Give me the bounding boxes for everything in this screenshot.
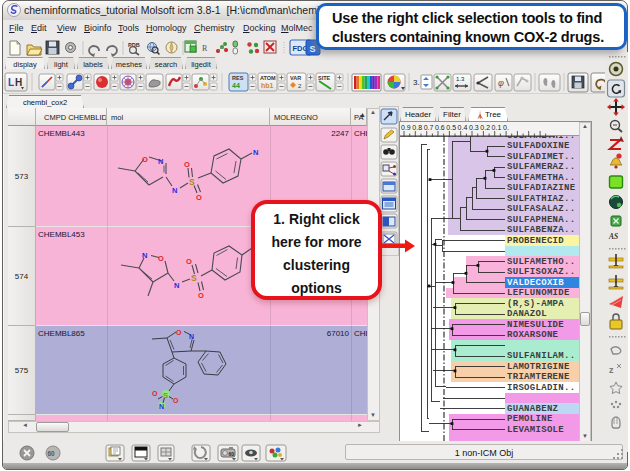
svg-text:S: S bbox=[310, 44, 316, 54]
svg-text:60: 60 bbox=[229, 451, 235, 457]
svg-text:N: N bbox=[189, 333, 194, 340]
svg-text:z: z bbox=[609, 365, 614, 375]
svg-text:VAR: VAR bbox=[290, 75, 301, 81]
svg-text:O: O bbox=[176, 329, 182, 336]
svg-text:O: O bbox=[184, 160, 190, 169]
svg-text:O: O bbox=[152, 390, 158, 397]
svg-text:1.3: 1.3 bbox=[456, 76, 465, 82]
svg-text:O: O bbox=[173, 397, 179, 404]
svg-text:AS: AS bbox=[608, 232, 618, 241]
svg-text:O: O bbox=[186, 257, 192, 266]
svg-text:60: 60 bbox=[48, 450, 56, 457]
svg-text:S: S bbox=[189, 177, 195, 187]
svg-text:3.: 3. bbox=[413, 78, 420, 87]
svg-text:φ: φ bbox=[498, 78, 504, 88]
svg-text:O: O bbox=[142, 155, 148, 164]
svg-text:N: N bbox=[158, 157, 163, 166]
svg-text:N: N bbox=[159, 403, 164, 410]
svg-text:44: 44 bbox=[232, 82, 240, 89]
svg-text:L: L bbox=[8, 77, 14, 88]
svg-text:N: N bbox=[253, 148, 258, 157]
svg-text:R: R bbox=[202, 44, 208, 53]
svg-text:S: S bbox=[191, 273, 197, 283]
svg-text:H: H bbox=[15, 77, 22, 88]
svg-text:O: O bbox=[158, 254, 164, 263]
svg-text:RES: RES bbox=[232, 75, 244, 81]
svg-text:O: O bbox=[198, 291, 204, 300]
svg-text:ATOM: ATOM bbox=[260, 75, 276, 81]
svg-text:hb1: hb1 bbox=[261, 82, 274, 89]
svg-text:S: S bbox=[163, 391, 169, 400]
svg-text:N: N bbox=[142, 251, 147, 260]
svg-text:N: N bbox=[174, 281, 179, 290]
svg-text:SITE: SITE bbox=[318, 75, 331, 81]
svg-text:N: N bbox=[172, 186, 177, 195]
svg-text:O: O bbox=[196, 193, 202, 202]
